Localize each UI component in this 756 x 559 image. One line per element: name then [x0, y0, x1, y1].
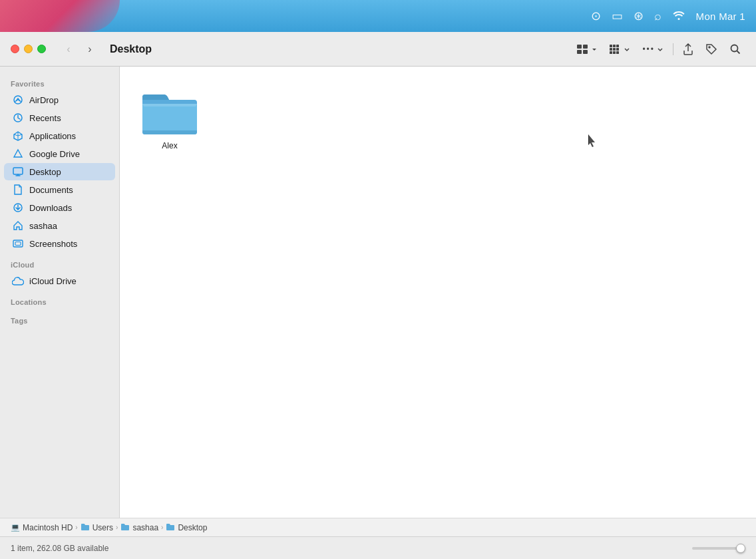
search-button[interactable]	[725, 40, 745, 59]
sidebar-label-applications: Applications	[29, 131, 76, 141]
sidebar-item-airdrop[interactable]: AirDrop	[4, 91, 115, 108]
svg-rect-20	[15, 242, 21, 246]
main-content: Alex	[120, 67, 756, 518]
nav-buttons: ‹ ›	[59, 40, 99, 59]
documents-icon	[12, 184, 24, 196]
menu-bar-time: Mon Mar 1	[696, 11, 745, 22]
svg-point-14	[731, 45, 738, 51]
menu-bar: ⊙ ▭ ⊛ ⌕ Mon Mar 1	[0, 0, 756, 32]
breadcrumb-desktop[interactable]: Desktop	[166, 523, 207, 532]
svg-rect-12	[616, 51, 619, 54]
more-actions-button[interactable]: •••	[638, 40, 667, 59]
finder-window: ‹ › Desktop	[0, 32, 756, 559]
zoom-slider[interactable]	[692, 547, 745, 550]
breadcrumb-users[interactable]: Users	[81, 523, 113, 532]
svg-rect-17	[13, 168, 23, 174]
sidebar-label-sashaa: sashaa	[29, 221, 57, 231]
breadcrumb-label-users: Users	[93, 523, 113, 532]
fast-user-switch-icon[interactable]: ⊛	[634, 9, 644, 23]
maximize-button[interactable]	[37, 45, 46, 53]
desktop-folder-icon	[166, 523, 175, 532]
svg-rect-0	[577, 45, 582, 49]
sidebar-label-icloud-drive: iCloud Drive	[29, 276, 77, 286]
content-area: Favorites AirDrop	[0, 67, 756, 518]
svg-rect-2	[577, 50, 582, 54]
sidebar-label-desktop: Desktop	[29, 167, 61, 177]
files-area: Alex	[120, 67, 756, 170]
folder-alex[interactable]: Alex	[133, 80, 206, 157]
breadcrumb-bar: 💻 Macintosh HD › Users › sashaa › Deskto…	[0, 518, 756, 536]
window-controls	[11, 45, 46, 53]
airdrop-icon	[12, 94, 24, 106]
sidebar-label-airdrop: AirDrop	[29, 95, 59, 105]
user-icon[interactable]: ⊙	[591, 9, 601, 23]
macintosh-hd-icon: 💻	[11, 523, 20, 532]
breadcrumb-sep-2: ›	[116, 524, 118, 531]
sidebar-item-sashaa[interactable]: sashaa	[4, 217, 115, 234]
sidebar: Favorites AirDrop	[0, 67, 120, 518]
toolbar-divider	[673, 43, 673, 55]
users-folder-icon	[81, 523, 90, 532]
sidebar-item-documents[interactable]: Documents	[4, 181, 115, 198]
toolbar: ‹ › Desktop	[0, 32, 756, 67]
sidebar-item-desktop[interactable]: Desktop	[4, 163, 115, 180]
sidebar-item-recents[interactable]: Recents	[4, 109, 115, 126]
breadcrumb-label-sashaa: sashaa	[132, 523, 158, 532]
back-button[interactable]: ‹	[59, 40, 78, 59]
recents-icon	[12, 112, 24, 124]
sidebar-item-icloud-drive[interactable]: iCloud Drive	[4, 272, 115, 289]
svg-rect-6	[616, 45, 619, 47]
tags-header: Tags	[0, 309, 119, 327]
svg-rect-5	[613, 45, 616, 47]
locations-header: Locations	[0, 290, 119, 309]
file-label-alex: Alex	[162, 141, 177, 152]
svg-rect-9	[616, 48, 619, 51]
icloud-header: iCloud	[0, 253, 119, 272]
sidebar-label-documents: Documents	[29, 185, 73, 195]
wifi-icon[interactable]	[672, 9, 685, 23]
svg-rect-7	[610, 48, 612, 51]
sidebar-item-applications[interactable]: Applications	[4, 127, 115, 144]
breadcrumb-sashaa[interactable]: sashaa	[120, 523, 158, 532]
breadcrumb-sep-3: ›	[161, 524, 163, 531]
screenshots-icon	[12, 238, 24, 250]
svg-rect-10	[610, 51, 612, 54]
svg-rect-11	[613, 51, 616, 54]
favorites-header: Favorites	[0, 72, 119, 91]
breadcrumb-label-macintosh-hd: Macintosh HD	[23, 523, 73, 532]
minimize-button[interactable]	[24, 45, 33, 53]
svg-point-13	[709, 47, 710, 48]
icloud-icon	[12, 275, 24, 287]
status-bar: 1 item, 262.08 GB available	[0, 536, 756, 559]
close-button[interactable]	[11, 45, 19, 53]
downloads-icon	[12, 202, 24, 214]
window-title: Desktop	[110, 43, 568, 55]
sidebar-item-downloads[interactable]: Downloads	[4, 199, 115, 216]
battery-icon[interactable]: ▭	[612, 9, 623, 23]
sidebar-item-screenshots[interactable]: Screenshots	[4, 235, 115, 252]
svg-rect-1	[583, 45, 588, 49]
svg-rect-19	[13, 240, 23, 247]
sidebar-label-google-drive: Google Drive	[29, 149, 80, 159]
sidebar-label-screenshots: Screenshots	[29, 239, 77, 249]
group-view-button[interactable]	[606, 40, 634, 59]
spotlight-icon[interactable]: ⌕	[654, 9, 662, 23]
desktop-icon	[12, 166, 24, 178]
tag-button[interactable]	[701, 40, 721, 59]
breadcrumb-label-desktop: Desktop	[178, 523, 207, 532]
sashaa-folder-icon	[120, 523, 130, 532]
zoom-slider-thumb[interactable]	[736, 544, 745, 553]
svg-rect-4	[610, 45, 612, 47]
svg-rect-8	[613, 48, 616, 51]
forward-button[interactable]: ›	[81, 40, 99, 59]
breadcrumb-macintosh-hd[interactable]: 💻 Macintosh HD	[11, 523, 73, 532]
home-icon	[12, 220, 24, 232]
folder-icon-alex	[140, 85, 200, 137]
toolbar-right: •••	[573, 40, 745, 59]
menu-bar-accent	[0, 0, 120, 32]
share-button[interactable]	[679, 40, 697, 59]
google-drive-icon	[12, 148, 24, 160]
sidebar-item-google-drive[interactable]: Google Drive	[4, 145, 115, 162]
breadcrumb-sep-1: ›	[75, 524, 77, 531]
grid-view-button[interactable]	[573, 40, 602, 59]
